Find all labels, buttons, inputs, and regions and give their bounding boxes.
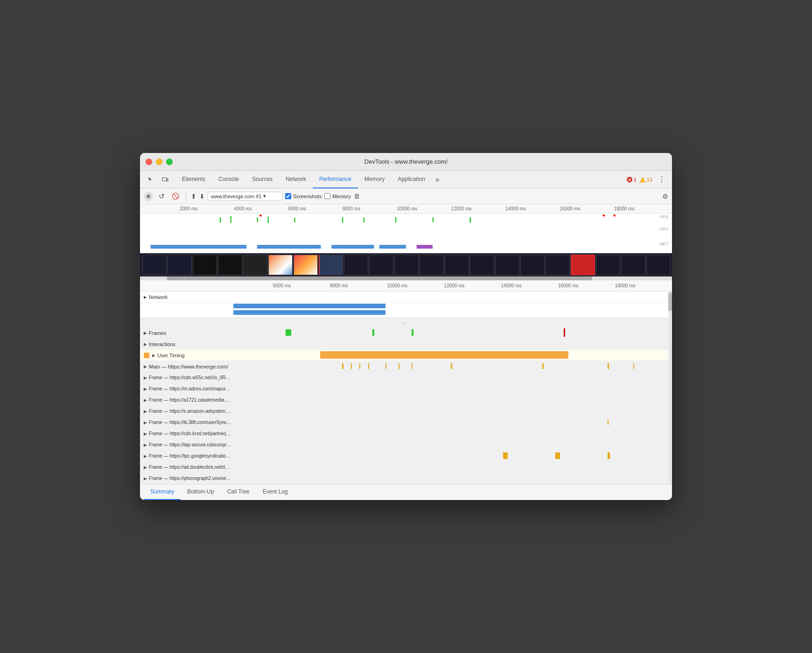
tm2-0: 6000 ms bbox=[273, 283, 330, 288]
filmstrip-frame[interactable] bbox=[520, 255, 545, 275]
filmstrip-frame[interactable] bbox=[218, 255, 242, 275]
filmstrip-frame[interactable] bbox=[546, 255, 570, 275]
tab-application[interactable]: Application bbox=[391, 171, 432, 188]
screenshots-checkbox-label[interactable]: Screenshots bbox=[285, 193, 322, 199]
filmstrip-frame[interactable] bbox=[571, 255, 595, 275]
frame-10-expand-icon[interactable]: ▶ bbox=[144, 476, 147, 481]
main-thread-label[interactable]: ▶ Main — https://www.theverge.com/ bbox=[140, 364, 233, 369]
user-timing-label-text: User Timing bbox=[157, 353, 185, 358]
main-expand-icon[interactable]: ▶ bbox=[144, 364, 147, 369]
filmstrip-frame[interactable] bbox=[344, 255, 368, 275]
user-timing-expand-icon[interactable]: ▶ bbox=[152, 353, 155, 358]
vertical-scrollbar[interactable] bbox=[668, 292, 672, 484]
tab-summary[interactable]: Summary bbox=[144, 484, 181, 500]
frame-5-expand-icon[interactable]: ▶ bbox=[144, 420, 147, 425]
svg-rect-11 bbox=[342, 217, 343, 223]
tab-performance[interactable]: Performance bbox=[313, 171, 358, 188]
time-marker-6: 14000 ms bbox=[505, 206, 560, 211]
frames-label[interactable]: ▶ Frames bbox=[140, 330, 233, 336]
tab-call-tree[interactable]: Call Tree bbox=[221, 484, 256, 500]
frame-7-expand-icon[interactable]: ▶ bbox=[144, 443, 147, 447]
frame-6-label[interactable]: ▶ Frame — https://cdn.krxd.net/partnerjs… bbox=[140, 431, 233, 436]
time-ruler-top: 2000 ms 4000 ms 6000 ms 8000 ms 10000 ms… bbox=[140, 204, 672, 214]
minimize-button[interactable] bbox=[156, 159, 162, 165]
horizontal-scrollbar[interactable] bbox=[140, 277, 672, 280]
main-bar-1 bbox=[342, 363, 343, 369]
frames-track-content bbox=[233, 327, 668, 338]
tab-elements[interactable]: Elements bbox=[175, 171, 212, 188]
frame-3-expand-icon[interactable]: ▶ bbox=[144, 398, 147, 403]
settings-icon[interactable]: ⚙ bbox=[662, 193, 668, 200]
filmstrip-frame[interactable] bbox=[243, 255, 267, 275]
tab-bottom-up[interactable]: Bottom-Up bbox=[181, 484, 220, 500]
memory-checkbox[interactable] bbox=[324, 193, 330, 199]
frames-expand-icon[interactable]: ▶ bbox=[144, 331, 147, 335]
filmstrip-frame[interactable] bbox=[369, 255, 393, 275]
more-tabs-icon[interactable]: » bbox=[432, 175, 443, 184]
download-button[interactable]: ⬇ bbox=[199, 193, 205, 200]
frame-7-label[interactable]: ▶ Frame — https://tap-secure.rubiconproj… bbox=[140, 442, 233, 447]
memory-checkbox-label[interactable]: Memory bbox=[324, 193, 351, 199]
frame-2-expand-icon[interactable]: ▶ bbox=[144, 387, 147, 391]
tab-memory[interactable]: Memory bbox=[358, 171, 391, 188]
frame-1-expand-icon[interactable]: ▶ bbox=[144, 375, 147, 380]
scrollbar-thumb[interactable] bbox=[167, 277, 592, 280]
filmstrip-frame[interactable] bbox=[596, 255, 620, 275]
frame-3-label[interactable]: ▶ Frame — https://a1721.casalemedia.com/… bbox=[140, 397, 233, 403]
trash-button[interactable]: 🗑 bbox=[354, 193, 360, 200]
filmstrip-frame[interactable] bbox=[445, 255, 469, 275]
tab-network[interactable]: Network bbox=[279, 171, 313, 188]
frame-track-8: ▶ Frame — https://tpc.googlesyndication.… bbox=[140, 451, 668, 462]
frame-9-label[interactable]: ▶ Frame — https://ad.doubleclick.net/ddm… bbox=[140, 465, 233, 470]
frame-4-expand-icon[interactable]: ▶ bbox=[144, 409, 147, 414]
warning-badge[interactable]: ! 13 bbox=[639, 176, 652, 183]
filmstrip-frame[interactable] bbox=[621, 255, 645, 275]
filmstrip-frame-colorful[interactable] bbox=[268, 255, 293, 275]
main-thread-label-text: Main — https://www.theverge.com/ bbox=[149, 364, 228, 369]
filmstrip-frame[interactable] bbox=[394, 255, 419, 275]
filmstrip-frame[interactable] bbox=[168, 255, 192, 275]
upload-button[interactable]: ⬆ bbox=[191, 193, 196, 200]
network-expand-icon[interactable]: ▶ bbox=[144, 295, 147, 299]
tab-event-log[interactable]: Event Log bbox=[256, 484, 294, 500]
close-button[interactable] bbox=[146, 159, 152, 165]
frame-5-label[interactable]: ▶ Frame — https://ib.3lift.com/userSync.… bbox=[140, 420, 233, 425]
frame-9-expand-icon[interactable]: ▶ bbox=[144, 465, 147, 470]
inspect-icon[interactable] bbox=[144, 173, 157, 186]
filmstrip-frame[interactable] bbox=[193, 255, 217, 275]
frame-8-label[interactable]: ▶ Frame — https://tpc.googlesyndication.… bbox=[140, 453, 233, 458]
record-button[interactable] bbox=[144, 192, 153, 201]
frame-8-expand-icon[interactable]: ▶ bbox=[144, 454, 147, 458]
user-timing-color-icon bbox=[144, 353, 149, 358]
filmstrip-frame[interactable] bbox=[646, 255, 671, 275]
user-timing-label[interactable]: ▶ User Timing bbox=[140, 353, 233, 358]
filmstrip-frame-colorful[interactable] bbox=[294, 255, 318, 275]
filmstrip-frame[interactable] bbox=[470, 255, 494, 275]
frame-10-label[interactable]: ▶ Frame — https://phonograph2.voxmedia.c… bbox=[140, 476, 233, 481]
frame-6-label-text: Frame — https://cdn.krxd.net/partnerjs/x… bbox=[149, 431, 231, 436]
reload-record-button[interactable]: ↺ bbox=[156, 191, 167, 202]
clear-button[interactable]: 🚫 bbox=[170, 191, 181, 202]
tab-sources[interactable]: Sources bbox=[245, 171, 279, 188]
interactions-label[interactable]: ▶ Interactions bbox=[140, 341, 233, 347]
main-bar-8 bbox=[451, 363, 452, 369]
device-toggle-icon[interactable] bbox=[159, 173, 172, 186]
interactions-expand-icon[interactable]: ▶ bbox=[144, 342, 147, 347]
frame-4-label[interactable]: ▶ Frame — https://s.amazon-adsystem.com/… bbox=[140, 409, 233, 414]
more-options-icon[interactable]: ⋮ bbox=[655, 173, 668, 186]
filmstrip-frame[interactable] bbox=[142, 255, 167, 275]
maximize-button[interactable] bbox=[166, 159, 173, 165]
filmstrip-frame[interactable] bbox=[319, 255, 343, 275]
frame-6-expand-icon[interactable]: ▶ bbox=[144, 431, 147, 436]
url-selector[interactable]: www.theverge.com #1 ▾ bbox=[208, 192, 282, 201]
screenshots-checkbox[interactable] bbox=[285, 193, 291, 199]
filmstrip-frame[interactable] bbox=[420, 255, 444, 275]
v-scrollbar-thumb[interactable] bbox=[668, 292, 672, 311]
frame-8-bar-3 bbox=[608, 452, 610, 459]
filmstrip-frame[interactable] bbox=[495, 255, 519, 275]
timeline-area: ▶ Network bbox=[140, 292, 672, 484]
frame-1-label[interactable]: ▶ Frame — https://cdn.w55c.net/i/s_0RB7U… bbox=[140, 375, 233, 380]
error-badge[interactable]: ✕ 1 bbox=[626, 176, 637, 183]
tab-console[interactable]: Console bbox=[212, 171, 245, 188]
frame-2-label[interactable]: ▶ Frame — https://m.adnxs.com/mapuid?mem… bbox=[140, 386, 233, 391]
